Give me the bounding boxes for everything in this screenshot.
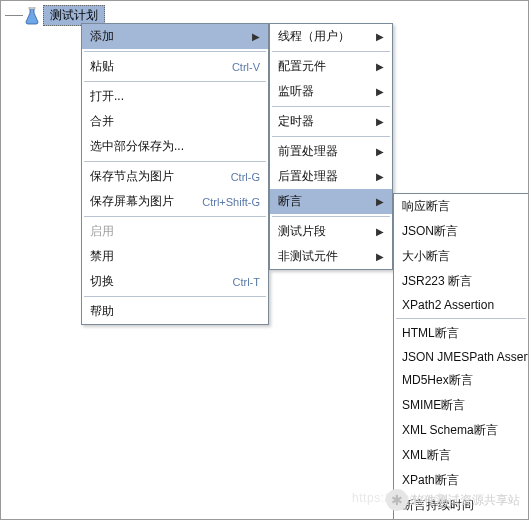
menu-item-label: 合并 [90,113,260,130]
menu-shortcut: Ctrl-V [232,61,260,73]
menu3-item[interactable]: SMIME断言 [394,393,528,418]
submenu-arrow-icon: ▶ [376,146,384,157]
context-menu-level3: 响应断言JSON断言大小断言JSR223 断言XPath2 AssertionH… [393,193,529,520]
menu1-item[interactable]: 禁用 [82,244,268,269]
menu1-item[interactable]: 切换Ctrl-T [82,269,268,294]
watermark: ✱ 软件测试资源共享站 [386,489,520,511]
menu-item-label: 保存节点为图片 [90,168,209,185]
menu2-item[interactable]: 后置处理器▶ [270,164,392,189]
menu3-item[interactable]: JSON断言 [394,219,528,244]
menu-separator [84,216,266,217]
menu-separator [272,106,390,107]
menu-item-label: XPath断言 [402,472,520,489]
menu-separator [396,318,526,319]
menu3-item[interactable]: XPath2 Assertion [394,294,528,316]
menu-separator [84,81,266,82]
menu2-item[interactable]: 测试片段▶ [270,219,392,244]
watermark-icon: ✱ [386,489,408,511]
menu-item-label: JSON JMESPath Assertion [402,350,529,364]
menu-item-label: 禁用 [90,248,260,265]
menu-separator [84,51,266,52]
context-menu-level1: 添加▶粘贴Ctrl-V打开...合并选中部分保存为...保存节点为图片Ctrl-… [81,23,269,325]
menu-item-label: XPath2 Assertion [402,298,520,312]
menu-item-label: 粘贴 [90,58,210,75]
menu-item-label: 非测试元件 [278,248,370,265]
menu-item-label: 切换 [90,273,211,290]
submenu-arrow-icon: ▶ [376,251,384,262]
menu-shortcut: Ctrl-G [231,171,260,183]
menu-item-label: 测试片段 [278,223,370,240]
menu3-item[interactable]: JSR223 断言 [394,269,528,294]
menu1-item[interactable]: 保存节点为图片Ctrl-G [82,164,268,189]
menu-item-label: XML Schema断言 [402,422,520,439]
menu-item-label: 添加 [90,28,246,45]
menu1-item[interactable]: 打开... [82,84,268,109]
menu-item-label: MD5Hex断言 [402,372,520,389]
menu2-item[interactable]: 定时器▶ [270,109,392,134]
menu-separator [272,216,390,217]
menu2-item[interactable]: 配置元件▶ [270,54,392,79]
menu-item-label: 后置处理器 [278,168,370,185]
menu-item-label: 响应断言 [402,198,520,215]
menu-item-label: 配置元件 [278,58,370,75]
menu-item-label: 选中部分保存为... [90,138,260,155]
submenu-arrow-icon: ▶ [376,171,384,182]
flask-icon [25,7,39,25]
menu-item-label: HTML断言 [402,325,520,342]
menu-separator [84,161,266,162]
menu-item-label: 断言 [278,193,370,210]
watermark-text: 软件测试资源共享站 [412,492,520,509]
menu-item-label: 前置处理器 [278,143,370,160]
menu-item-label: 帮助 [90,303,260,320]
menu3-item[interactable]: XML断言 [394,443,528,468]
menu-item-label: XML断言 [402,447,520,464]
menu3-item[interactable]: 大小断言 [394,244,528,269]
submenu-arrow-icon: ▶ [376,226,384,237]
menu3-item[interactable]: HTML断言 [394,321,528,346]
menu-item-label: 定时器 [278,113,370,130]
menu2-item[interactable]: 线程（用户）▶ [270,24,392,49]
menu-separator [84,296,266,297]
menu3-item[interactable]: MD5Hex断言 [394,368,528,393]
menu-item-label: SMIME断言 [402,397,520,414]
svg-rect-0 [29,7,35,9]
menu2-item[interactable]: 断言▶ [270,189,392,214]
menu3-item[interactable]: XML Schema断言 [394,418,528,443]
menu2-item[interactable]: 非测试元件▶ [270,244,392,269]
menu-shortcut: Ctrl-T [233,276,261,288]
submenu-arrow-icon: ▶ [376,86,384,97]
submenu-arrow-icon: ▶ [376,196,384,207]
menu-item-label: 线程（用户） [278,28,370,45]
menu1-item[interactable]: 合并 [82,109,268,134]
menu-item-label: 启用 [90,223,260,240]
menu1-item: 启用 [82,219,268,244]
menu-separator [272,51,390,52]
menu1-item[interactable]: 添加▶ [82,24,268,49]
menu-item-label: 保存屏幕为图片 [90,193,180,210]
tree-connector [5,15,23,16]
menu1-item[interactable]: 保存屏幕为图片Ctrl+Shift-G [82,189,268,214]
menu2-item[interactable]: 前置处理器▶ [270,139,392,164]
submenu-arrow-icon: ▶ [376,31,384,42]
menu1-item[interactable]: 粘贴Ctrl-V [82,54,268,79]
menu3-item[interactable]: 响应断言 [394,194,528,219]
menu-separator [272,136,390,137]
submenu-arrow-icon: ▶ [252,31,260,42]
menu3-item[interactable]: JSON JMESPath Assertion [394,346,528,368]
menu-item-label: 打开... [90,88,260,105]
submenu-arrow-icon: ▶ [376,61,384,72]
menu1-item[interactable]: 选中部分保存为... [82,134,268,159]
menu-shortcut: Ctrl+Shift-G [202,196,260,208]
menu-item-label: 大小断言 [402,248,520,265]
menu-item-label: JSON断言 [402,223,520,240]
submenu-arrow-icon: ▶ [376,116,384,127]
menu-item-label: JSR223 断言 [402,273,520,290]
menu2-item[interactable]: 监听器▶ [270,79,392,104]
context-menu-level2: 线程（用户）▶配置元件▶监听器▶定时器▶前置处理器▶后置处理器▶断言▶测试片段▶… [269,23,393,270]
menu-item-label: 监听器 [278,83,370,100]
menu1-item[interactable]: 帮助 [82,299,268,324]
